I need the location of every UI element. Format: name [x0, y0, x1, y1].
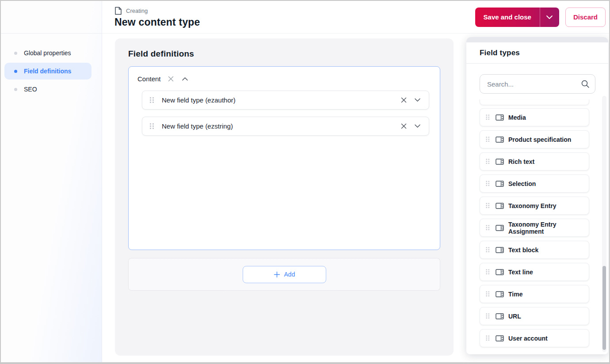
- save-split-button: Save and close: [475, 8, 559, 27]
- left-sidebar: Global properties Field definitions SEO: [1, 1, 102, 362]
- panel-scrollbar-track[interactable]: [602, 96, 606, 352]
- field-type-item[interactable]: Time: [480, 285, 589, 303]
- drag-handle-icon[interactable]: [486, 269, 490, 275]
- page-title: New content type: [114, 16, 200, 28]
- sidebar-item-label: Field definitions: [24, 68, 71, 75]
- app-window: Global properties Field definitions SEO: [0, 0, 610, 364]
- field-type-item[interactable]: User account: [480, 329, 589, 347]
- discard-button[interactable]: Discard: [565, 8, 606, 27]
- add-button-label: Add: [284, 271, 295, 278]
- field-types-list: Media: [480, 99, 589, 347]
- field-type-item-partial[interactable]: [480, 99, 589, 105]
- field-type-item[interactable]: Text block: [480, 241, 589, 259]
- expand-field-icon[interactable]: [413, 123, 422, 129]
- field-definition-label: New field type (ezauthor): [162, 96, 400, 104]
- nav-bullet-icon: [14, 70, 17, 73]
- field-type-label: Taxonomy Entry: [508, 202, 557, 209]
- field-type-item[interactable]: Product specification: [480, 130, 589, 148]
- add-button[interactable]: Add: [243, 266, 326, 283]
- drag-handle-icon[interactable]: [486, 114, 490, 120]
- field-type-label: Time: [508, 291, 522, 298]
- nav-bullet-icon: [14, 88, 17, 91]
- field-type-icon: [496, 136, 504, 143]
- field-type-icon: [496, 247, 504, 253]
- field-types-panel: Field types: [466, 37, 608, 354]
- field-definition-list: New field type (ezauthor): [142, 91, 429, 136]
- anchor-nav: Global properties Field definitions SEO: [4, 45, 92, 99]
- field-type-icon: [496, 313, 504, 319]
- field-type-label: Product specification: [508, 136, 571, 143]
- field-type-label: Selection: [508, 180, 536, 187]
- field-definitions-section: Field definitions Content: [115, 38, 454, 356]
- drag-handle-icon[interactable]: [486, 225, 490, 231]
- field-type-item[interactable]: Media: [480, 108, 589, 126]
- main-content: Field definitions Content: [102, 34, 609, 362]
- search-input[interactable]: [480, 74, 595, 94]
- field-type-label: URL: [508, 313, 521, 320]
- field-group-name: Content: [137, 75, 161, 83]
- field-definition-row[interactable]: New field type (ezstring): [142, 117, 429, 136]
- drag-handle-icon[interactable]: [486, 181, 490, 186]
- remove-group-icon[interactable]: [167, 75, 175, 83]
- drag-handle-icon[interactable]: [486, 313, 490, 319]
- sidebar-item[interactable]: Global properties: [4, 45, 92, 61]
- sidebar-item-label: SEO: [24, 86, 37, 93]
- field-types-header: Field types: [466, 42, 608, 64]
- header-actions: Save and close Discard: [475, 8, 609, 27]
- collapse-group-icon[interactable]: [181, 76, 189, 82]
- field-type-icon: [496, 291, 504, 297]
- field-type-item[interactable]: Selection: [480, 174, 589, 193]
- field-type-item[interactable]: Taxonomy Entry: [480, 197, 589, 215]
- field-type-icon: [496, 159, 504, 165]
- drag-handle-icon[interactable]: [486, 136, 490, 142]
- expand-field-icon[interactable]: [413, 97, 422, 103]
- field-definitions-title: Field definitions: [128, 49, 440, 59]
- field-type-label: Media: [508, 114, 526, 121]
- drag-handle-icon[interactable]: [486, 335, 490, 341]
- sidebar-item-label: Global properties: [24, 49, 71, 57]
- remove-field-icon[interactable]: [400, 96, 408, 104]
- field-type-label: Rich text: [508, 158, 534, 165]
- field-type-icon: [496, 269, 504, 275]
- field-type-label: Text line: [508, 269, 533, 276]
- save-and-close-button[interactable]: Save and close: [475, 8, 540, 27]
- sidebar-item[interactable]: Field definitions: [4, 63, 92, 80]
- field-type-icon: [496, 203, 504, 209]
- drag-handle-icon[interactable]: [486, 247, 490, 253]
- field-type-item[interactable]: Taxonomy Entry Assignment: [480, 219, 589, 237]
- field-types-search: [480, 74, 595, 94]
- add-group-dropzone: Add: [128, 258, 440, 291]
- drag-handle-icon[interactable]: [149, 97, 154, 103]
- field-type-item[interactable]: Rich text: [480, 152, 589, 171]
- field-type-label: Text block: [508, 246, 538, 254]
- field-type-label: Taxonomy Entry Assignment: [508, 221, 583, 235]
- drag-handle-icon[interactable]: [486, 291, 490, 297]
- remove-field-icon[interactable]: [400, 122, 408, 130]
- sidebar-divider: [1, 33, 102, 34]
- drag-handle-icon[interactable]: [486, 203, 490, 209]
- field-type-icon: [496, 225, 504, 231]
- search-icon: [581, 80, 590, 88]
- field-type-item[interactable]: Text line: [480, 263, 589, 281]
- panel-scrollbar-thumb[interactable]: [602, 266, 606, 350]
- nav-bullet-icon: [14, 52, 17, 55]
- kicker-label: Creating: [126, 8, 148, 14]
- field-type-icon: [496, 114, 504, 121]
- field-types-title: Field types: [480, 49, 520, 57]
- field-group-content: Content: [128, 66, 440, 250]
- save-options-dropdown-button[interactable]: [540, 8, 559, 27]
- sidebar-item[interactable]: SEO: [4, 81, 92, 98]
- field-definition-label: New field type (ezstring): [162, 122, 400, 130]
- drag-handle-icon[interactable]: [149, 123, 154, 129]
- field-type-icon: [496, 181, 504, 187]
- field-type-item[interactable]: URL: [480, 307, 589, 325]
- field-definition-row[interactable]: New field type (ezauthor): [142, 91, 429, 110]
- field-type-label: User account: [508, 335, 548, 342]
- drag-handle-icon[interactable]: [486, 159, 490, 164]
- panel-top-strip: [466, 37, 608, 42]
- field-group-header: Content: [137, 72, 429, 85]
- field-type-icon: [496, 335, 504, 341]
- page-header: Creating New content type Save and close…: [102, 1, 609, 34]
- plus-icon: [274, 271, 280, 278]
- document-icon: [114, 7, 122, 15]
